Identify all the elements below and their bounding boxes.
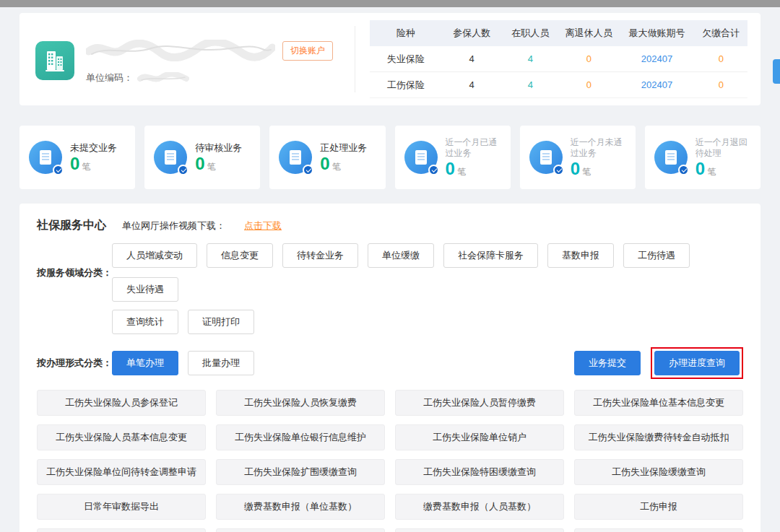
stat-card-rejected-month[interactable]: 近一个月未通过业务 0笔 (520, 126, 636, 189)
business-grid: 工伤失业保险人员参保登记 工伤失业保险人员恢复缴费 工伤失业保险人员暂停缴费 工… (37, 390, 743, 532)
stat-unit: 笔 (332, 162, 341, 172)
insurance-summary-table: 险种 参保人数 在职人员 离退休人员 最大做账期号 欠缴合计 失业保险 4 4 … (370, 20, 748, 98)
check-badge-icon (53, 165, 64, 175)
document-icon (404, 141, 438, 174)
service-area-button[interactable]: 失业待遇 (112, 277, 178, 302)
stat-unit: 笔 (457, 167, 466, 177)
service-area-button[interactable]: 人员增减变动 (112, 243, 197, 268)
stat-card-approved-month[interactable]: 近一个月已通过业务 0笔 (395, 126, 511, 189)
page-top-strip (0, 0, 780, 7)
stat-label: 近一个月已通过业务 (446, 137, 505, 158)
arrears-total: 0 (695, 79, 748, 90)
insured-count: 4 (441, 53, 502, 64)
service-area-button[interactable]: 单位缓缴 (368, 243, 434, 268)
company-info: 切换账户 单位编码： (86, 38, 352, 84)
business-item[interactable]: 工伤失业保险单位间待转金调整申请 (37, 459, 206, 485)
stat-card-processing[interactable]: 正处理业务 0笔 (269, 126, 385, 189)
service-area-button[interactable]: 查询统计 (112, 310, 178, 334)
column-header: 最大做账期号 (619, 27, 695, 40)
stat-label: 待审核业务 (195, 142, 242, 154)
stat-unit: 笔 (582, 167, 591, 177)
business-item[interactable]: 工伤申报 (574, 494, 743, 520)
stat-label: 近一个月退回待处理 (696, 137, 755, 158)
form-type-label: 按办理形式分类： (37, 357, 112, 370)
single-process-tab[interactable]: 单笔办理 (112, 351, 178, 375)
floating-side-tab[interactable] (773, 59, 780, 84)
table-row: 工伤保险 4 4 0 202407 0 (370, 72, 748, 98)
stat-value: 0 (70, 154, 79, 173)
red-annotation-box: 办理进度查询 (651, 347, 743, 379)
column-header: 欠缴合计 (695, 27, 748, 40)
stat-value: 0 (696, 159, 705, 178)
business-item[interactable]: 工伤失业保险特困缓缴查询 (395, 459, 564, 485)
active-count: 4 (502, 53, 558, 64)
company-block: 切换账户 单位编码： (35, 34, 352, 84)
service-center-card: 社保服务中心 单位网厅操作视频下载： 点击下载 按服务领域分类： 人员增减变动 … (20, 204, 760, 532)
business-item[interactable]: 工伤失业保险单位基本信息变更 (574, 390, 743, 416)
max-period: 202407 (619, 53, 695, 64)
table-header-row: 险种 参保人数 在职人员 离退休人员 最大做账期号 欠缴合计 (370, 20, 748, 46)
document-icon (529, 141, 563, 174)
check-badge-icon (428, 165, 439, 175)
check-badge-icon (553, 165, 564, 175)
business-item[interactable]: 工伤认定未通过信息查询 (37, 528, 206, 532)
document-icon (654, 141, 688, 174)
business-item[interactable]: 工伤失业保险人员恢复缴费 (216, 390, 385, 416)
stat-card-returned-month[interactable]: 近一个月退回待处理 0笔 (645, 126, 760, 189)
document-icon (154, 141, 187, 174)
stat-label: 未提交业务 (70, 142, 117, 154)
retired-count: 0 (558, 53, 619, 64)
stat-value: 0 (446, 159, 455, 178)
business-item[interactable]: 工伤失业保险扩围缓缴查询 (216, 459, 385, 485)
service-area-button[interactable]: 社会保障卡服务 (443, 243, 538, 268)
service-area-button[interactable]: 证明打印 (188, 310, 254, 334)
table-row: 失业保险 4 4 0 202407 0 (370, 46, 748, 72)
account-summary-card: 切换账户 单位编码： 险种 参保人数 在职人员 离退休人员 最大做账期号 (20, 13, 760, 105)
stat-label: 正处理业务 (320, 142, 367, 154)
service-area-label: 按服务领域分类： (37, 266, 112, 279)
check-badge-icon (678, 165, 689, 175)
document-icon (279, 141, 312, 174)
business-item[interactable]: 工伤失业保险缴费待转金自动抵扣 (574, 424, 743, 450)
business-item[interactable]: 工伤待遇查询及撤销 (216, 528, 385, 532)
business-item[interactable]: 工伤失业保险单位银行信息维护 (216, 424, 385, 450)
stat-value: 0 (195, 154, 204, 173)
batch-process-tab[interactable]: 批量办理 (188, 351, 254, 375)
page-content: 切换账户 单位编码： 险种 参保人数 在职人员 离退休人员 最大做账期号 (0, 7, 780, 532)
column-header: 参保人数 (441, 27, 502, 40)
service-area-button[interactable]: 工伤待遇 (623, 243, 690, 268)
unit-code-label: 单位编码： (86, 71, 133, 84)
max-period: 202407 (619, 79, 695, 90)
insurance-type: 失业保险 (370, 53, 441, 66)
column-header: 险种 (370, 27, 441, 40)
business-item[interactable]: 工伤失业保险单位销户 (395, 424, 564, 450)
business-item[interactable]: 工伤供养亲属查询及撤销 (395, 528, 564, 532)
business-item[interactable]: 工伤失业保险人员基本信息变更 (37, 424, 206, 450)
business-item[interactable]: 辅助器具配置鉴定申请 (574, 528, 743, 532)
stat-card-pending-review[interactable]: 待审核业务 0笔 (144, 126, 260, 189)
service-area-button[interactable]: 待转金业务 (282, 243, 358, 268)
stat-unit: 笔 (207, 162, 216, 172)
business-item[interactable]: 缴费基数申报（单位基数） (216, 494, 385, 520)
check-badge-icon (178, 165, 188, 175)
switch-account-button[interactable]: 切换账户 (282, 41, 333, 61)
redacted-company-name (86, 40, 275, 61)
progress-query-button[interactable]: 办理进度查询 (654, 351, 740, 375)
stat-unit: 笔 (707, 167, 716, 177)
download-link[interactable]: 点击下载 (244, 219, 282, 232)
arrears-total: 0 (695, 53, 748, 64)
column-header: 在职人员 (502, 27, 558, 40)
business-item[interactable]: 工伤失业保险人员暂停缴费 (395, 390, 564, 416)
business-item[interactable]: 工伤失业保险人员参保登记 (37, 390, 206, 416)
service-area-button[interactable]: 信息变更 (207, 243, 273, 268)
business-item[interactable]: 工伤失业保险缓缴查询 (574, 459, 743, 485)
service-area-button[interactable]: 基数申报 (547, 243, 614, 268)
business-item[interactable]: 缴费基数申报（人员基数） (395, 494, 564, 520)
business-submit-button[interactable]: 业务提交 (574, 351, 641, 375)
stat-card-unsubmitted[interactable]: 未提交业务 0笔 (20, 126, 135, 189)
retired-count: 0 (558, 79, 619, 90)
business-stats-row: 未提交业务 0笔 待审核业务 0笔 正处理业务 0笔 近一个月已通过业务 0笔 … (20, 126, 760, 189)
document-icon (29, 141, 62, 174)
insured-count: 4 (441, 79, 502, 90)
business-item[interactable]: 日常年审数据导出 (37, 494, 206, 520)
